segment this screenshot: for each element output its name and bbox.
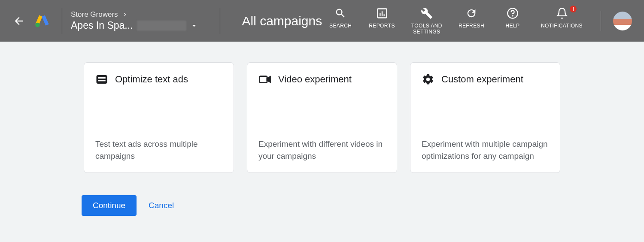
account-name: Apes In Spa... — [71, 20, 133, 31]
help-tool[interactable]: HELP — [501, 7, 525, 29]
notifications-tool[interactable]: ! NOTIFICATIONS — [541, 7, 583, 29]
card-description: Experiment with multiple campaign optimi… — [422, 138, 549, 162]
tool-label: TOOLS AND SETTINGS — [411, 23, 442, 35]
tool-label: REPORTS — [369, 23, 395, 29]
cancel-button[interactable]: Cancel — [149, 201, 174, 210]
page-title: All campaigns — [242, 14, 322, 28]
svg-point-6 — [512, 15, 513, 16]
card-video-experiment[interactable]: Video experiment Experiment with differe… — [247, 62, 397, 173]
tool-label: SEARCH — [329, 23, 352, 29]
card-optimize-text-ads[interactable]: Optimize text ads Test text ads across m… — [84, 62, 234, 173]
svg-rect-9 — [98, 80, 106, 81]
google-ads-logo — [33, 12, 51, 30]
button-row: Continue Cancel — [82, 195, 560, 216]
account-id-redacted — [137, 21, 186, 31]
card-title: Optimize text ads — [115, 74, 188, 85]
account-dropdown-trigger[interactable] — [190, 21, 198, 30]
caret-down-icon — [190, 21, 198, 30]
card-custom-experiment[interactable]: Custom experiment Experiment with multip… — [410, 62, 560, 173]
card-title: Video experiment — [278, 74, 352, 85]
back-button[interactable] — [9, 11, 29, 31]
card-title: Custom experiment — [441, 74, 523, 85]
card-description: Experiment with different videos in your… — [258, 138, 386, 162]
tool-label: HELP — [506, 23, 520, 29]
toolbar: SEARCH REPORTS TOOLS AND SETTINGS REFRES… — [328, 7, 583, 35]
continue-button[interactable]: Continue — [82, 195, 137, 216]
notification-badge: ! — [569, 5, 577, 13]
help-icon — [507, 7, 519, 19]
experiment-cards: Optimize text ads Test text ads across m… — [84, 62, 560, 173]
reports-tool[interactable]: REPORTS — [369, 7, 395, 29]
refresh-tool[interactable]: REFRESH — [459, 7, 484, 29]
divider — [62, 8, 62, 34]
divider — [601, 11, 601, 31]
tool-label: NOTIFICATIONS — [541, 23, 583, 29]
logo-icon — [34, 13, 50, 29]
bar-chart-icon — [376, 7, 388, 19]
divider — [220, 8, 220, 34]
search-icon — [334, 7, 346, 19]
refresh-icon — [465, 7, 477, 19]
bell-icon — [556, 7, 568, 19]
gear-icon — [422, 73, 434, 86]
svg-point-0 — [35, 22, 40, 27]
account-breadcrumb[interactable]: Store Growers Apes In Spa... — [71, 10, 198, 31]
tools-settings-tool[interactable]: TOOLS AND SETTINGS — [411, 7, 442, 35]
card-description: Test text ads across multiple campaigns — [95, 138, 222, 162]
tool-label: REFRESH — [459, 23, 484, 29]
text-ad-icon — [95, 73, 108, 86]
breadcrumb-parent: Store Growers — [71, 10, 118, 19]
chevron-right-icon — [122, 11, 128, 18]
appbar: Store Growers Apes In Spa... All campaig… — [0, 0, 644, 42]
svg-rect-7 — [97, 75, 107, 84]
svg-rect-10 — [260, 76, 267, 83]
content-area: Optimize text ads Test text ads across m… — [0, 42, 644, 216]
wrench-icon — [421, 7, 433, 19]
arrow-left-icon — [13, 15, 25, 27]
svg-rect-8 — [98, 77, 106, 79]
video-icon — [258, 73, 271, 86]
user-avatar[interactable] — [613, 12, 632, 30]
search-tool[interactable]: SEARCH — [328, 7, 352, 29]
